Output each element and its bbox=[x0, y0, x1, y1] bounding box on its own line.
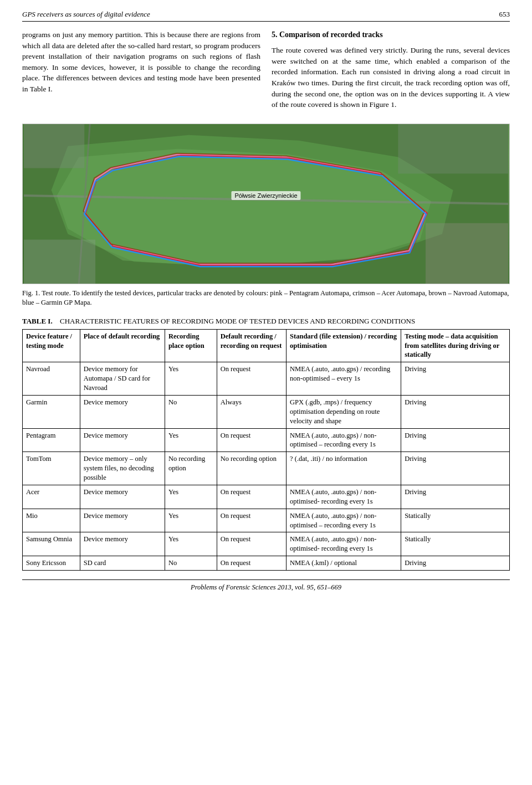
cell-1-1: Device memory bbox=[80, 395, 165, 428]
map-image: Półwsie Zwierzynieckie bbox=[23, 124, 509, 284]
main-table: Device feature / testing mode Place of d… bbox=[22, 329, 510, 571]
cell-4-0: Acer bbox=[23, 485, 80, 509]
col-header-option: Recording place option bbox=[165, 329, 217, 362]
cell-5-3: On request bbox=[217, 509, 286, 532]
page-footer: Problems of Forensic Sciences 2013, vol.… bbox=[22, 579, 510, 592]
table-row: PentagramDevice memoryYesOn requestNMEA … bbox=[23, 428, 510, 452]
cell-6-1: Device memory bbox=[80, 532, 165, 556]
figure-caption: Fig. 1. Test route. To identify the test… bbox=[22, 289, 510, 308]
cell-5-2: Yes bbox=[165, 509, 217, 532]
table-row: Sony EricssonSD cardNoOn requestNMEA (.k… bbox=[23, 556, 510, 571]
cell-0-4: NMEA (.auto, .auto.gps) / recording non-… bbox=[287, 362, 401, 396]
page: GPS receivers as sources of digital evid… bbox=[0, 0, 532, 608]
cell-0-5: Driving bbox=[401, 362, 510, 396]
cell-1-0: Garmin bbox=[23, 395, 80, 428]
cell-4-1: Device memory bbox=[80, 485, 165, 509]
cell-2-2: Yes bbox=[165, 428, 217, 452]
cell-2-4: NMEA (.auto, .auto.gps) / non-optimised … bbox=[287, 428, 401, 452]
svg-rect-6 bbox=[24, 239, 95, 283]
col-header-default: Default recording / recording on request bbox=[217, 329, 286, 362]
cell-5-4: NMEA (.auto, .auto.gps) / non-optimised … bbox=[287, 509, 401, 532]
table-row: NavroadDevice memory for Automapa / SD c… bbox=[23, 362, 510, 396]
map-place-label: Półwsie Zwierzynieckie bbox=[231, 191, 300, 200]
cell-3-3: No recording option bbox=[217, 452, 286, 485]
table-row: AcerDevice memoryYesOn requestNMEA (.aut… bbox=[23, 485, 510, 509]
cell-7-0: Sony Ericsson bbox=[23, 556, 80, 571]
cell-3-2: No recording option bbox=[165, 452, 217, 485]
cell-5-1: Device memory bbox=[80, 509, 165, 532]
cell-6-3: On request bbox=[217, 532, 286, 556]
table-row: GarminDevice memoryNoAlwaysGPX (.gdb, .m… bbox=[23, 395, 510, 428]
left-column: programs on just any memory partition. T… bbox=[22, 29, 260, 115]
cell-1-2: No bbox=[165, 395, 217, 428]
footer-text: Problems of Forensic Sciences 2013, vol.… bbox=[191, 583, 341, 591]
svg-rect-8 bbox=[398, 124, 508, 173]
cell-7-3: On request bbox=[217, 556, 286, 571]
col-header-testing: Testing mode – data acquisition from sat… bbox=[401, 329, 510, 362]
cell-2-3: On request bbox=[217, 428, 286, 452]
cell-7-1: SD card bbox=[80, 556, 165, 571]
table-header-row: Device feature / testing mode Place of d… bbox=[23, 329, 510, 362]
cell-6-4: NMEA (.auto, .auto.gps) / non-optimised-… bbox=[287, 532, 401, 556]
right-paragraph-1: The route covered was defined very stric… bbox=[272, 45, 510, 110]
col-header-device: Device feature / testing mode bbox=[23, 329, 80, 362]
header-page-number: 653 bbox=[499, 10, 510, 19]
cell-5-5: Statically bbox=[401, 509, 510, 532]
cell-5-0: Mio bbox=[23, 509, 80, 532]
cell-3-5: Driving bbox=[401, 452, 510, 485]
cell-1-3: Always bbox=[217, 395, 286, 428]
cell-2-5: Driving bbox=[401, 428, 510, 452]
map-container: Półwsie Zwierzynieckie bbox=[22, 124, 510, 284]
cell-2-1: Device memory bbox=[80, 428, 165, 452]
cell-3-4: ? (.dat, .iti) / no information bbox=[287, 452, 401, 485]
page-header: GPS receivers as sources of digital evid… bbox=[22, 10, 510, 22]
cell-1-5: Driving bbox=[401, 395, 510, 428]
section-title: 5. Comparison of recorded tracks bbox=[272, 29, 510, 40]
cell-6-2: Yes bbox=[165, 532, 217, 556]
cell-3-1: Device memory – only system files, no de… bbox=[80, 452, 165, 485]
header-title: GPS receivers as sources of digital evid… bbox=[22, 10, 150, 19]
cell-0-0: Navroad bbox=[23, 362, 80, 396]
cell-0-3: On request bbox=[217, 362, 286, 396]
table-header: TABLE I. CHARACTERISTIC FEATURES OF RECO… bbox=[22, 317, 510, 326]
cell-0-1: Device memory for Automapa / SD card for… bbox=[80, 362, 165, 396]
cell-4-5: Driving bbox=[401, 485, 510, 509]
cell-2-0: Pentagram bbox=[23, 428, 80, 452]
col-header-standard: Standard (file extension) / recording op… bbox=[287, 329, 401, 362]
table-row: TomTomDevice memory – only system files,… bbox=[23, 452, 510, 485]
table-row: Samsung OmniaDevice memoryYesOn requestN… bbox=[23, 532, 510, 556]
table-title: CHARACTERISTIC FEATURES OF RECORDING MOD… bbox=[60, 317, 415, 325]
cell-7-5: Driving bbox=[401, 556, 510, 571]
cell-4-3: On request bbox=[217, 485, 286, 509]
two-column-section: programs on just any memory partition. T… bbox=[22, 29, 510, 115]
cell-7-4: NMEA (.kml) / optional bbox=[287, 556, 401, 571]
table-row: MioDevice memoryYesOn requestNMEA (.auto… bbox=[23, 509, 510, 532]
svg-rect-7 bbox=[426, 223, 508, 283]
right-column: 5. Comparison of recorded tracks The rou… bbox=[272, 29, 510, 115]
svg-rect-5 bbox=[24, 124, 84, 168]
col-header-place: Place of default recording bbox=[80, 329, 165, 362]
cell-6-0: Samsung Omnia bbox=[23, 532, 80, 556]
left-paragraph-1: programs on just any memory partition. T… bbox=[22, 29, 260, 94]
map-track-svg bbox=[23, 124, 509, 284]
cell-3-0: TomTom bbox=[23, 452, 80, 485]
table-label: TABLE I. bbox=[22, 317, 53, 325]
cell-0-2: Yes bbox=[165, 362, 217, 396]
cell-1-4: GPX (.gdb, .mps) / frequency optimisatio… bbox=[287, 395, 401, 428]
cell-4-4: NMEA (.auto, .auto.gps) / non-optimised-… bbox=[287, 485, 401, 509]
cell-4-2: Yes bbox=[165, 485, 217, 509]
cell-6-5: Statically bbox=[401, 532, 510, 556]
cell-7-2: No bbox=[165, 556, 217, 571]
